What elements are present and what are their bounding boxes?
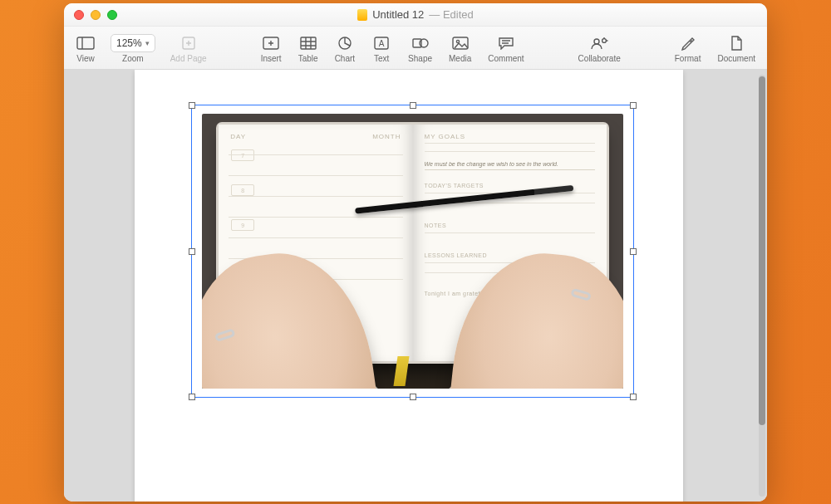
comment-button[interactable]: Comment <box>479 27 532 69</box>
nb-targets-label: TODAY'S TARGETS <box>425 183 484 188</box>
text-label: Text <box>374 54 389 63</box>
add-page-icon <box>181 34 196 52</box>
document-icon-toolbar <box>730 34 743 52</box>
nb-lessons-label: LESSONS LEARNED <box>425 252 488 258</box>
zoom-label: Zoom <box>122 54 144 63</box>
app-window: Untitled 12 — Edited View 125% ▾ Zoom Ad… <box>64 3 767 502</box>
chevron-down-icon: ▾ <box>145 39 150 47</box>
resize-handle-top-right[interactable] <box>630 102 637 109</box>
document-icon <box>357 9 367 21</box>
titlebar: Untitled 12 — Edited <box>64 3 767 27</box>
chart-button[interactable]: Chart <box>327 27 363 69</box>
collaborate-icon <box>590 34 608 52</box>
sidebar-icon <box>76 34 95 52</box>
resize-handle-bottom-left[interactable] <box>189 394 195 400</box>
vertical-scrollbar-track[interactable] <box>759 75 765 497</box>
document-canvas[interactable]: DAY MONTH 7 8 9 MY GOALS We must be the <box>64 70 767 502</box>
window-minimize-button[interactable] <box>91 10 101 20</box>
window-close-button[interactable] <box>74 10 84 20</box>
svg-rect-0 <box>77 37 94 49</box>
toolbar: View 125% ▾ Zoom Add Page Insert <box>64 27 767 70</box>
resize-handle-bottom-right[interactable] <box>630 394 637 400</box>
traffic-lights <box>64 10 117 20</box>
nb-day-label: DAY <box>230 133 246 140</box>
svg-rect-8 <box>301 37 316 49</box>
media-label: Media <box>449 54 471 63</box>
chart-icon <box>337 34 352 52</box>
left-ring <box>214 328 236 342</box>
media-button[interactable]: Media <box>440 27 479 69</box>
add-page-label: Add Page <box>170 54 207 63</box>
zoom-dropdown[interactable]: 125% ▾ <box>111 34 155 52</box>
insert-icon <box>263 34 279 52</box>
resize-handle-middle-left[interactable] <box>189 248 195 255</box>
format-icon <box>681 34 696 52</box>
svg-text:A: A <box>379 39 385 48</box>
nb-month-label: MONTH <box>372 133 401 140</box>
resize-handle-top-left[interactable] <box>189 102 195 109</box>
right-ring <box>571 287 593 301</box>
window-fullscreen-button[interactable] <box>107 10 117 20</box>
window-title: Untitled 12 — Edited <box>64 8 767 21</box>
document-title-text: Untitled 12 <box>372 8 424 21</box>
comment-label: Comment <box>488 54 524 63</box>
text-button[interactable]: A Text <box>363 27 400 69</box>
selected-image[interactable]: DAY MONTH 7 8 9 MY GOALS We must be the <box>191 105 634 398</box>
view-label: View <box>76 54 95 63</box>
shape-icon <box>412 34 429 52</box>
comment-icon <box>498 34 514 52</box>
nb-notes-label: NOTES <box>425 223 447 228</box>
nb-goals-label: MY GOALS <box>425 133 466 140</box>
shape-button[interactable]: Shape <box>400 27 440 69</box>
add-page-button: Add Page <box>162 27 215 69</box>
resize-handle-bottom-center[interactable] <box>410 394 416 400</box>
insert-label: Insert <box>261 54 282 63</box>
vertical-scrollbar-thumb[interactable] <box>759 76 765 425</box>
table-icon <box>300 34 317 52</box>
resize-handle-middle-right[interactable] <box>630 248 637 255</box>
document-label: Document <box>717 54 755 63</box>
document-button[interactable]: Document <box>709 27 764 69</box>
svg-point-19 <box>456 40 459 42</box>
nb-quote: We must be the change we wish to see in … <box>425 161 595 170</box>
shape-label: Shape <box>408 54 432 63</box>
svg-point-23 <box>602 39 607 43</box>
collaborate-label: Collaborate <box>578 54 621 63</box>
format-button[interactable]: Format <box>666 27 710 69</box>
view-button[interactable]: View <box>67 27 104 69</box>
collaborate-button[interactable]: Collaborate <box>570 27 629 69</box>
chart-label: Chart <box>335 54 355 63</box>
table-button[interactable]: Table <box>290 27 327 69</box>
image-content: DAY MONTH 7 8 9 MY GOALS We must be the <box>202 114 623 389</box>
table-label: Table <box>298 54 318 63</box>
format-label: Format <box>675 54 701 63</box>
zoom-value: 125% <box>116 37 142 49</box>
document-edited-suffix: — Edited <box>429 8 473 21</box>
insert-button[interactable]: Insert <box>253 27 290 69</box>
resize-handle-top-center[interactable] <box>410 102 416 109</box>
text-icon: A <box>374 34 389 52</box>
media-icon <box>452 34 469 52</box>
svg-point-22 <box>594 39 599 44</box>
zoom-control-group: 125% ▾ Zoom <box>104 27 162 69</box>
